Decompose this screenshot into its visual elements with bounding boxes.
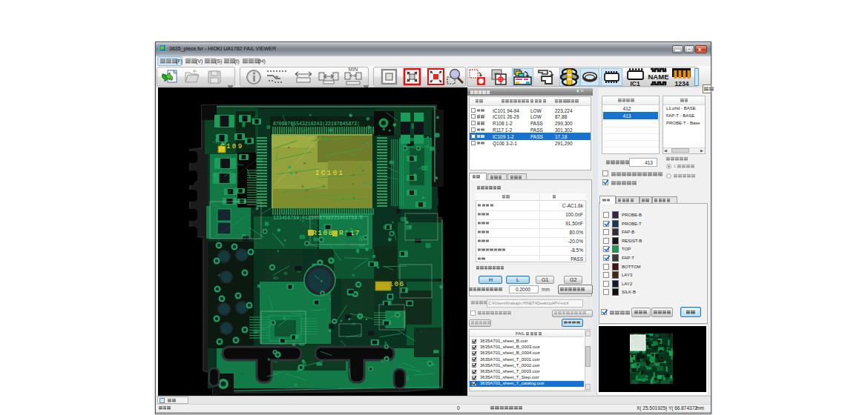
svg-text:1234: 1234 bbox=[675, 80, 689, 87]
svg-text:87098765543210243|22187645872|: 87098765543210243|22187645872| bbox=[273, 122, 360, 127]
svg-text:C109: C109 bbox=[220, 143, 244, 150]
svg-text:NAME: NAME bbox=[648, 73, 669, 81]
svg-text:IC101: IC101 bbox=[315, 170, 345, 177]
svg-text:IC1: IC1 bbox=[630, 80, 640, 87]
svg-text:MIN: MIN bbox=[349, 67, 358, 72]
